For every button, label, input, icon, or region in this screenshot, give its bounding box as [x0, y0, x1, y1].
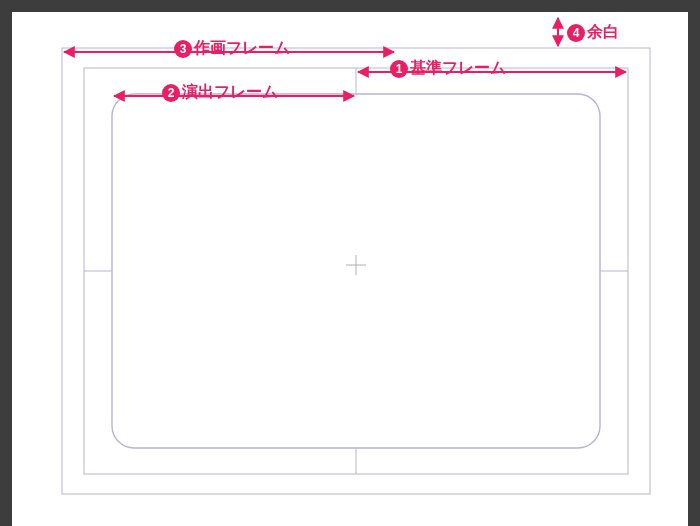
- circle-2: 2: [162, 84, 180, 102]
- circle-3: 3: [174, 40, 192, 58]
- circle-1: 1: [390, 60, 408, 78]
- circle-4: 4: [567, 24, 585, 42]
- label-1: 1基準フレーム: [390, 58, 506, 79]
- page: 3作画フレーム 1基準フレーム 2演出フレーム 4余白: [12, 12, 688, 526]
- label-2: 2演出フレーム: [162, 82, 278, 103]
- text-2: 演出フレーム: [182, 83, 278, 100]
- text-3: 作画フレーム: [194, 39, 290, 56]
- text-1: 基準フレーム: [410, 59, 506, 76]
- label-3: 3作画フレーム: [174, 38, 290, 59]
- text-4: 余白: [587, 23, 619, 40]
- frame-svg: [12, 12, 688, 526]
- label-4: 4余白: [567, 22, 619, 43]
